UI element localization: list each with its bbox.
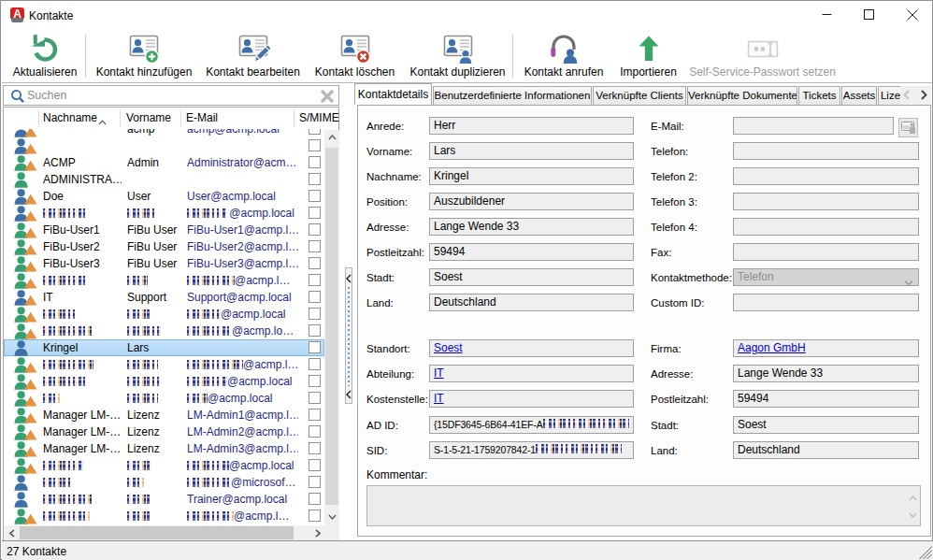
contact-row[interactable]: Manager LM-…LizenzLM-Admin2@acmp.l…	[4, 424, 324, 440]
horizontal-scrollbar[interactable]	[4, 525, 325, 540]
column-header-email[interactable]: E-Mail	[186, 111, 218, 124]
field-standort[interactable]: Soest	[429, 339, 634, 357]
field-adresse[interactable]: Lange Wende 33	[733, 365, 919, 382]
contact-row[interactable]: DoeUserUser@acmp.local	[4, 188, 324, 205]
field-land[interactable]: Deutschland	[429, 294, 634, 311]
field-stadt[interactable]: Soest	[733, 416, 919, 434]
resize-grip[interactable]	[918, 545, 932, 559]
smime-checkbox[interactable]	[309, 308, 321, 320]
field-fax[interactable]	[733, 243, 919, 261]
field-firma[interactable]: Aagon GmbH	[733, 339, 919, 357]
column-separator[interactable]	[180, 109, 181, 127]
close-button[interactable]	[898, 1, 926, 28]
tab-assets[interactable]: Assets	[841, 86, 877, 105]
search-input[interactable]	[27, 87, 298, 104]
tab-benutzerdefinierte-informationen[interactable]: Benutzerdefinierte Informationen	[433, 86, 592, 105]
tab-tickets[interactable]: Tickets	[798, 86, 840, 105]
contact-row[interactable]: ITSupportSupport@acmp.local	[4, 289, 324, 306]
scroll-up-icon[interactable]	[324, 130, 339, 146]
field-postleitzahl[interactable]: 59494	[733, 390, 919, 408]
scroll-left-icon[interactable]	[5, 525, 20, 540]
tab-verkn-pfte-clients[interactable]: Verknüpfte Clients	[593, 86, 686, 105]
contact-row[interactable]: Manager LM-…LizenzLM-Admin1@acmp.l…	[4, 407, 324, 424]
smime-checkbox[interactable]	[309, 207, 321, 219]
column-header-last[interactable]: Nachname	[43, 111, 97, 124]
contact-row[interactable]: Manager LM-…LizenzLM-Admin3@acmp.l…	[4, 440, 324, 457]
tab-lizenzen[interactable]: Lizenzen	[878, 86, 900, 105]
toolbar-button-delete[interactable]: Kontakt löschen	[309, 32, 400, 80]
contact-row[interactable]: Trainer@acmp.local	[4, 491, 324, 508]
comment-scroll-up-icon[interactable]	[909, 491, 917, 504]
link-abteilung[interactable]: IT	[434, 366, 444, 380]
send-email-button[interactable]	[898, 118, 918, 137]
smime-checkbox[interactable]	[309, 510, 321, 522]
field-nachname[interactable]: Kringel	[429, 167, 634, 185]
smime-checkbox[interactable]	[309, 476, 321, 488]
tab-verkn-pfte-dokumente[interactable]: Verknüpfte Dokumente	[687, 86, 797, 105]
scroll-right-icon[interactable]	[310, 525, 325, 540]
smime-checkbox[interactable]	[309, 223, 321, 236]
column-separator[interactable]	[38, 109, 39, 127]
smime-checkbox[interactable]	[309, 442, 321, 454]
smime-checkbox[interactable]	[309, 409, 321, 421]
field-position[interactable]: Auszubildener	[429, 193, 634, 210]
field-sid[interactable]: S-1-5-21-1759207842-1	[429, 441, 634, 459]
contact-row[interactable]: @acmp.local	[4, 306, 324, 323]
field-postleitzahl[interactable]: 59494	[429, 243, 634, 261]
contact-row[interactable]	[4, 137, 324, 154]
panel-splitter[interactable]	[345, 267, 352, 404]
minimize-button[interactable]	[812, 1, 840, 28]
field-abteilung[interactable]: IT	[429, 365, 634, 382]
smime-checkbox[interactable]	[309, 324, 321, 337]
field-stadt[interactable]: Soest	[429, 268, 634, 286]
contact-row[interactable]: acmpacmp@acmp.local	[4, 129, 324, 137]
contact-row[interactable]: @acmp.local	[4, 205, 324, 222]
contact-row[interactable]: @acmp.l…	[4, 508, 324, 524]
toolbar-button-call[interactable]: Kontakt anrufen	[520, 32, 608, 80]
smime-checkbox[interactable]	[309, 493, 321, 505]
tab-scroll-right-icon[interactable]	[921, 90, 927, 103]
vertical-scrollbar-thumb[interactable]	[325, 148, 338, 505]
toolbar-button-add[interactable]: Kontakt hinzufügen	[94, 32, 194, 80]
link-standort[interactable]: Soest	[434, 341, 463, 354]
contact-row[interactable]: ACMPAdminAdministrator@acm…	[4, 154, 324, 171]
field-kostenstelle[interactable]: IT	[429, 390, 634, 408]
link-kostenstelle[interactable]: IT	[434, 392, 444, 405]
scroll-down-icon[interactable]	[324, 510, 339, 525]
smime-checkbox[interactable]	[309, 129, 321, 135]
toolbar-button-refresh[interactable]: Aktualisieren	[7, 32, 82, 80]
contact-row[interactable]: @acmp.local	[4, 457, 324, 474]
toolbar-button-duplicate[interactable]: Kontakt duplizieren	[406, 32, 510, 80]
horizontal-scrollbar-thumb[interactable]	[20, 526, 294, 539]
contact-row[interactable]: @acmp.lo…	[4, 323, 324, 339]
field-custom-id[interactable]	[733, 294, 919, 311]
contact-row-selected[interactable]: KringelLars	[4, 339, 324, 356]
smime-checkbox[interactable]	[309, 291, 321, 303]
comment-scroll-down-icon[interactable]	[909, 508, 917, 521]
contact-row[interactable]: @acmp.local	[4, 373, 324, 390]
contact-row[interactable]: @microsof…	[4, 474, 324, 491]
tab-scroll-left-icon[interactable]	[903, 90, 910, 103]
smime-checkbox[interactable]	[309, 459, 321, 471]
vertical-scrollbar[interactable]	[324, 130, 339, 525]
field-adresse[interactable]: Lange Wende 33	[429, 218, 634, 236]
smime-checkbox[interactable]	[309, 425, 321, 438]
search-clear-icon[interactable]	[320, 89, 335, 107]
smime-checkbox[interactable]	[309, 274, 321, 286]
smime-checkbox[interactable]	[309, 341, 321, 353]
smime-checkbox[interactable]	[309, 156, 321, 168]
toolbar-button-sspw[interactable]: Self-Service-Passwort setzen	[689, 32, 836, 80]
collapse-left-icon[interactable]	[346, 273, 352, 282]
smime-checkbox[interactable]	[309, 190, 321, 202]
contact-row[interactable]: FiBu-User1FiBu UserFiBu-User1@acmp.l…	[4, 222, 324, 238]
field-telefon[interactable]	[733, 142, 919, 160]
contact-row[interactable]: @acmp.l…	[4, 356, 324, 373]
contact-row[interactable]: FiBu-User2FiBu UserFiBu-User2@acmp.l…	[4, 238, 324, 255]
column-header-smime[interactable]: S/MIME	[299, 111, 339, 124]
contact-row[interactable]: ADMINISTRA…	[4, 171, 324, 188]
smime-checkbox[interactable]	[309, 358, 321, 370]
field-telefon-2[interactable]	[733, 167, 919, 185]
smime-checkbox[interactable]	[309, 240, 321, 252]
field-land[interactable]: Deutschland	[733, 441, 919, 459]
contact-row[interactable]: @acmp.local	[4, 390, 324, 407]
